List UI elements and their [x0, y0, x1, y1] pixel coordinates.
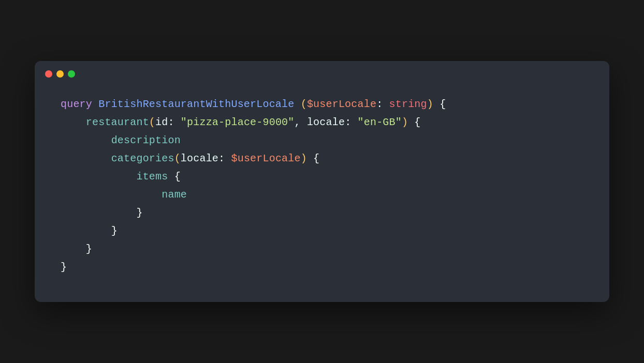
code-token: categories	[111, 153, 174, 164]
code-editor: query BritishRestaurantWithUserLocale ($…	[35, 85, 609, 302]
code-token: :	[168, 116, 180, 128]
code-line: description	[61, 131, 583, 149]
code-token: }	[61, 261, 67, 273]
code-line: query BritishRestaurantWithUserLocale ($…	[61, 95, 583, 113]
code-token: $userLocale	[231, 153, 300, 164]
code-token: {	[168, 171, 180, 183]
code-token: {	[307, 153, 319, 164]
code-token	[61, 189, 162, 201]
code-token	[61, 225, 111, 237]
code-line: name	[61, 186, 583, 204]
code-token: string	[389, 98, 427, 110]
code-token: )	[427, 98, 433, 110]
code-line: categories(locale: $userLocale) {	[61, 149, 583, 168]
code-window: query BritishRestaurantWithUserLocale ($…	[35, 61, 609, 302]
code-token: items	[136, 171, 168, 183]
code-token: "pizza-place-9000"	[181, 116, 295, 128]
code-token: )	[301, 153, 307, 164]
code-line: }	[61, 222, 583, 240]
code-token: {	[433, 98, 446, 110]
code-line: }	[61, 204, 583, 222]
code-token: (	[149, 116, 155, 128]
code-token	[61, 207, 136, 219]
code-token: (	[174, 153, 181, 164]
code-token	[61, 153, 111, 164]
code-token: BritishRestaurantWithUserLocale	[98, 98, 300, 110]
code-token: :	[376, 98, 389, 110]
code-token	[61, 243, 86, 255]
code-token	[61, 171, 136, 183]
code-token: name	[162, 189, 187, 201]
code-token	[61, 116, 86, 128]
titlebar	[35, 61, 609, 85]
code-token: restaurant	[86, 116, 149, 128]
code-line: items {	[61, 168, 583, 186]
code-token: }	[136, 207, 142, 219]
code-line: restaurant(id: "pizza-place-9000", local…	[61, 113, 583, 131]
code-token: ,	[295, 116, 307, 128]
code-line: }	[61, 258, 583, 276]
code-token	[61, 134, 111, 146]
code-token: (	[301, 98, 307, 110]
code-token: {	[408, 116, 420, 128]
code-token: locale	[307, 116, 345, 128]
code-token: description	[111, 134, 181, 146]
code-token: )	[402, 116, 408, 128]
close-button[interactable]	[45, 70, 52, 78]
code-token: $userLocale	[307, 98, 376, 110]
code-token: locale	[181, 153, 218, 164]
code-token: "en-GB"	[358, 116, 402, 128]
minimize-button[interactable]	[56, 70, 64, 78]
code-line: }	[61, 240, 583, 258]
code-token: :	[345, 116, 357, 128]
maximize-button[interactable]	[68, 70, 75, 78]
code-token: query	[61, 98, 98, 110]
code-token: :	[218, 153, 231, 164]
code-token: }	[111, 225, 118, 237]
code-token: id	[155, 116, 168, 128]
code-token: }	[86, 243, 92, 255]
